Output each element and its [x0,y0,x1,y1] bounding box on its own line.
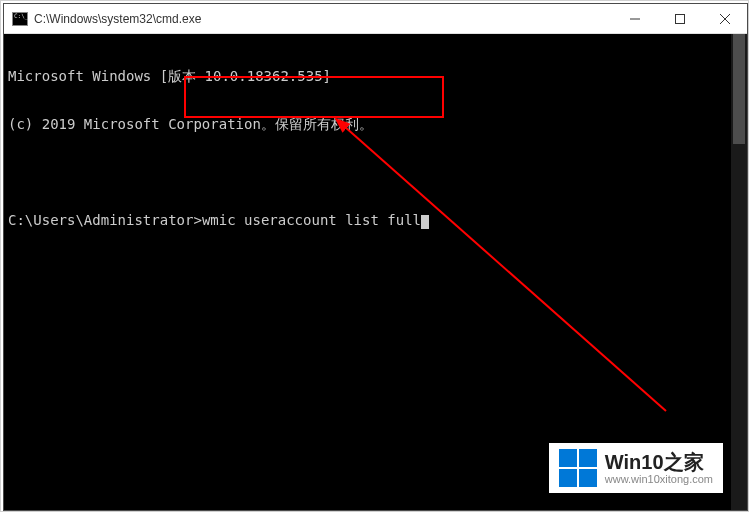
titlebar[interactable]: C:\Windows\system32\cmd.exe [4,4,747,34]
watermark-text: Win10之家 www.win10xitong.com [605,451,713,485]
svg-rect-1 [675,14,684,23]
terminal-area[interactable]: Microsoft Windows [版本 10.0.18362.535] (c… [4,34,747,510]
maximize-icon [675,14,685,24]
watermark: Win10之家 www.win10xitong.com [549,443,723,493]
watermark-url: www.win10xitong.com [605,473,713,485]
terminal-scrollbar-thumb[interactable] [733,34,745,144]
minimize-button[interactable] [612,4,657,33]
terminal-scrollbar[interactable] [731,34,747,510]
maximize-button[interactable] [657,4,702,33]
terminal-banner-line2: (c) 2019 Microsoft Corporation。保留所有权利。 [8,116,743,132]
close-icon [720,14,730,24]
windows-logo-icon [559,449,597,487]
terminal-cursor [421,215,429,229]
terminal-blank [8,164,743,180]
cmd-window: C:\Windows\system32\cmd.exe Microsoft Wi… [3,3,748,511]
close-button[interactable] [702,4,747,33]
watermark-title: Win10之家 [605,451,713,473]
cmd-icon [12,12,28,26]
window-title: C:\Windows\system32\cmd.exe [34,12,612,26]
terminal-prompt: C:\Users\Administrator> [8,212,202,228]
terminal-banner-line1: Microsoft Windows [版本 10.0.18362.535] [8,68,743,84]
window-controls [612,4,747,33]
minimize-icon [630,14,640,24]
terminal-command: wmic useraccount list full [202,212,421,228]
terminal-prompt-line: C:\Users\Administrator>wmic useraccount … [8,212,743,228]
